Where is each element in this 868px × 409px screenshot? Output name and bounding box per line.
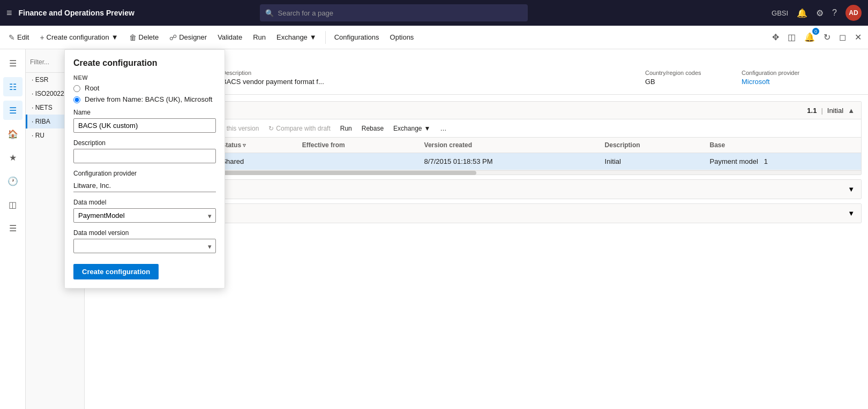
radio-root-label: Root (85, 84, 99, 92)
compare-icon: ↻ (268, 125, 274, 132)
plus-icon: + (40, 33, 44, 42)
data-model-version-select-wrapper (73, 239, 216, 253)
new-label: New (73, 74, 216, 81)
form-field-provider: Configuration provider Litware, Inc. (73, 170, 216, 192)
search-bar[interactable]: 🔍 (260, 4, 528, 21)
form-field-name: Name (73, 109, 216, 133)
form-field-data-model-version: Data model version (73, 229, 216, 253)
notification-badge: 0 (812, 28, 819, 35)
col-base: Base (704, 138, 861, 153)
data-model-select[interactable]: PaymentModel (73, 208, 216, 223)
search-icon: 🔍 (265, 9, 274, 17)
sidebar-icon-filter[interactable]: ☷ (3, 77, 23, 96)
more-options-button[interactable]: … (436, 123, 450, 134)
sidebar-icon-list[interactable]: ☰ (3, 101, 23, 120)
description-field-input[interactable] (73, 149, 216, 163)
sidebar-icon-menu[interactable]: ☰ (3, 54, 23, 73)
org-label: GBSI (772, 9, 788, 17)
cell-status: Shared (216, 153, 296, 170)
provider-value[interactable]: Microsoft (742, 78, 853, 86)
country-label: Country/region codes (645, 70, 735, 76)
versions-exchange-button[interactable]: Exchange ▼ (390, 123, 434, 134)
col-description: Description (600, 138, 705, 153)
col-effective-from: Effective from (297, 138, 419, 153)
top-nav: ≡ Finance and Operations Preview 🔍 GBSI … (0, 0, 868, 26)
version-status: Initial (827, 107, 843, 115)
settings-icon[interactable]: ⚙ (816, 8, 824, 18)
top-nav-right: GBSI 🔔 ⚙ ? AD (772, 5, 862, 21)
cell-description: Initial (600, 153, 705, 170)
cell-base: Payment model 1 (704, 153, 861, 170)
toolbar: ✎ Edit + Create configuration ▼ 🗑 Delete… (0, 26, 868, 49)
data-model-version-label: Data model version (73, 229, 216, 237)
grid-view-icon[interactable]: ✥ (770, 30, 781, 44)
config-field-provider: Configuration provider Microsoft (742, 70, 859, 90)
config-field-description: Description BACS vendor payment format f… (222, 70, 645, 90)
data-model-select-wrapper: PaymentModel (73, 208, 216, 223)
radio-derive-input[interactable] (73, 96, 80, 103)
versions-run-button[interactable]: Run (336, 123, 356, 134)
hamburger-icon[interactable]: ≡ (6, 7, 12, 19)
restore-icon[interactable]: ◻ (837, 30, 848, 44)
delete-button[interactable]: 🗑 Delete (125, 31, 163, 44)
exchange-dropdown-icon: ▼ (310, 33, 317, 41)
edit-icon: ✎ (9, 33, 15, 42)
cell-version-created: 8/7/2015 01:18:53 PM (419, 153, 600, 170)
run-button[interactable]: Run (249, 31, 270, 43)
data-model-version-select[interactable] (73, 239, 216, 253)
sidebar: ☰ ☷ ☰ 🏠 ★ 🕐 ◫ ☰ (0, 49, 26, 409)
version-number: 1.1 (807, 107, 817, 115)
form-field-data-model: Data model PaymentModel (73, 199, 216, 223)
exchange-button[interactable]: Exchange ▼ (272, 31, 321, 43)
provider-field-value: Litware, Inc. (73, 179, 216, 192)
name-field-input[interactable] (73, 118, 216, 133)
options-button[interactable]: Options (386, 31, 418, 43)
base-link[interactable]: Payment model 1 (709, 157, 767, 165)
toolbar-right: ✥ ◫ 🔔 0 ↻ ◻ ✕ (770, 30, 864, 44)
status-filter-icon[interactable]: ▿ (243, 142, 246, 148)
sidebar-icon-star[interactable]: ★ (3, 148, 23, 167)
designer-icon: ☍ (169, 33, 177, 42)
refresh-icon[interactable]: ↻ (821, 30, 833, 44)
col-version-created: Version created (419, 138, 600, 153)
data-model-label: Data model (73, 199, 216, 206)
radio-root[interactable]: Root (73, 84, 216, 92)
description-value: BACS vendor payment format f... (222, 78, 639, 86)
designer-button[interactable]: ☍ Designer (165, 31, 211, 44)
provider-field-label: Configuration provider (73, 170, 216, 177)
compare-draft-button[interactable]: ↻ Compare with draft (265, 123, 334, 134)
versions-collapse-button[interactable]: ▲ (848, 107, 855, 115)
app-title: Finance and Operations Preview (19, 9, 134, 17)
dropdown-arrow-icon: ▼ (111, 33, 118, 41)
edit-button[interactable]: ✎ Edit (4, 31, 33, 44)
sidebar-icon-home[interactable]: 🏠 (3, 124, 23, 143)
country-value: GB (645, 78, 735, 86)
panel-icon[interactable]: ◫ (785, 30, 798, 44)
notification-icon[interactable]: 🔔 (797, 8, 807, 18)
sidebar-icon-modules[interactable]: ☰ (3, 218, 23, 238)
user-avatar[interactable]: AD (845, 5, 862, 21)
rebase-button[interactable]: Rebase (358, 123, 387, 134)
help-icon[interactable]: ? (832, 8, 837, 18)
notifications-toolbar-icon[interactable]: 🔔 0 (802, 30, 817, 44)
name-field-label: Name (73, 109, 216, 116)
sidebar-icon-workspaces[interactable]: ◫ (3, 195, 23, 214)
provider-label: Configuration provider (742, 70, 853, 76)
sidebar-icon-recent[interactable]: 🕐 (3, 171, 23, 191)
configurations-button[interactable]: Configurations (330, 31, 384, 43)
close-icon[interactable]: ✕ (852, 30, 864, 44)
create-config-panel: Create configuration New Root Derive fro… (64, 49, 225, 289)
create-configuration-submit-button[interactable]: Create configuration (73, 264, 159, 279)
create-config-panel-title: Create configuration (73, 58, 216, 68)
iso-country-collapse-icon: ▼ (848, 185, 855, 193)
col-status: Status ▿ (216, 138, 296, 153)
create-configuration-button[interactable]: + Create configuration ▼ (35, 31, 122, 44)
radio-root-input[interactable] (73, 85, 80, 92)
radio-group: Root Derive from Name: BACS (UK), Micros… (73, 84, 216, 103)
validate-button[interactable]: Validate (213, 31, 246, 43)
versions-badge: 1.1 | Initial ▲ (807, 107, 855, 115)
radio-derive-label: Derive from Name: BACS (UK), Microsoft (85, 95, 212, 103)
radio-derive[interactable]: Derive from Name: BACS (UK), Microsoft (73, 95, 216, 103)
config-components-collapse-icon: ▼ (848, 209, 855, 217)
search-input[interactable] (278, 9, 522, 17)
